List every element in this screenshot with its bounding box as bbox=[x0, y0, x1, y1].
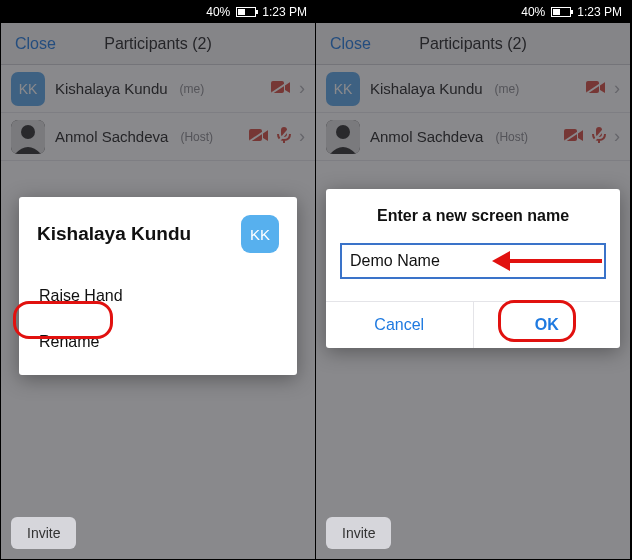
status-bar: 40% 1:23 PM bbox=[1, 1, 315, 23]
ok-button[interactable]: OK bbox=[474, 302, 621, 348]
dialog-title: Enter a new screen name bbox=[340, 207, 606, 225]
invite-button[interactable]: Invite bbox=[326, 517, 391, 549]
sheet-title: Kishalaya Kundu bbox=[37, 223, 191, 245]
cancel-button[interactable]: Cancel bbox=[326, 302, 474, 348]
invite-button[interactable]: Invite bbox=[11, 517, 76, 549]
avatar: KK bbox=[241, 215, 279, 253]
raise-hand-button[interactable]: Raise Hand bbox=[37, 273, 279, 319]
screen-name-input[interactable] bbox=[340, 243, 606, 279]
status-bar: 40% 1:23 PM bbox=[316, 1, 630, 23]
participant-action-sheet: Kishalaya Kundu KK Raise Hand Rename bbox=[19, 197, 297, 375]
phone-left: 40% 1:23 PM Close Participants (2) KK Ki… bbox=[1, 1, 316, 559]
clock: 1:23 PM bbox=[262, 5, 307, 19]
battery-icon bbox=[236, 7, 256, 17]
clock: 1:23 PM bbox=[577, 5, 622, 19]
battery-icon bbox=[551, 7, 571, 17]
phone-right: 40% 1:23 PM Close Participants (2) KK Ki… bbox=[316, 1, 631, 559]
rename-button[interactable]: Rename bbox=[37, 319, 279, 365]
battery-pct: 40% bbox=[206, 5, 230, 19]
battery-pct: 40% bbox=[521, 5, 545, 19]
rename-dialog: Enter a new screen name Cancel OK bbox=[326, 189, 620, 348]
